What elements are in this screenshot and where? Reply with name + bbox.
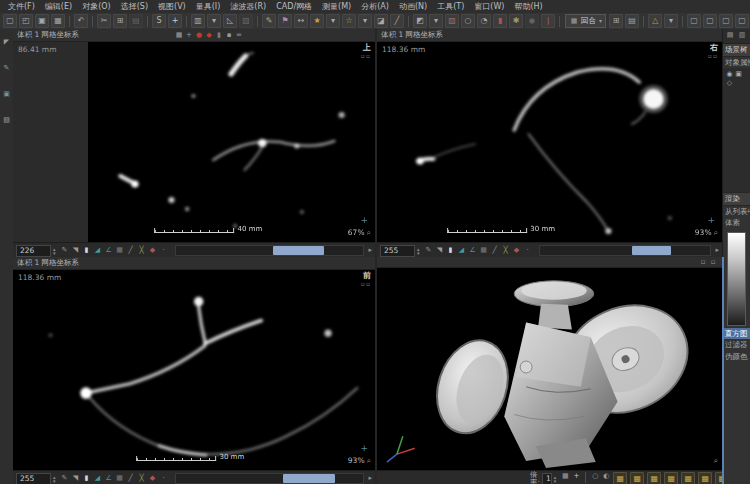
scroll-right-arrow[interactable]: ▸ — [368, 247, 372, 254]
line-icon[interactable]: ╱ — [126, 246, 136, 256]
ruler-icon[interactable]: ◢ — [93, 474, 103, 484]
magnifier-icon[interactable]: ⌕ — [367, 457, 371, 465]
save-icon[interactable]: ▣ — [35, 14, 49, 28]
pin-icon[interactable]: ∣ — [541, 14, 555, 28]
pointer-icon[interactable]: ◥ — [435, 246, 445, 256]
view-cube-icon[interactable]: ▫ — [698, 257, 708, 267]
dot-icon[interactable]: · — [159, 246, 169, 256]
marker-icon[interactable]: ◆ — [148, 246, 158, 256]
grid-icon[interactable]: ▦ — [479, 246, 489, 256]
line-icon[interactable]: ╱ — [490, 246, 500, 256]
pointer-icon[interactable]: ◥ — [71, 246, 81, 256]
marker-icon[interactable]: ◆ — [148, 474, 158, 484]
slice-canvas-right[interactable]: 118.36 mm 右 ▫▫ 30 mm + 93% ⌕ — [377, 42, 722, 242]
star-tool-icon[interactable]: ★ — [310, 14, 324, 28]
doc4-icon[interactable]: ▢ — [735, 14, 749, 28]
magnification-spinner-arrows[interactable]: ▴▾ — [554, 475, 557, 483]
red-tool-icon[interactable]: ▮ — [493, 14, 507, 28]
open-file-icon[interactable]: ◰ — [19, 14, 33, 28]
magnification-input[interactable]: 1 — [542, 473, 552, 484]
menu-select[interactable]: 选择(S) — [116, 3, 153, 11]
menu-measure[interactable]: 测量(M) — [317, 3, 356, 11]
volume-item-icon[interactable]: ◉ — [725, 70, 734, 79]
round-combobox[interactable]: ▦ 回合 ▾ — [565, 14, 606, 28]
scene-tab-icon[interactable]: ▤ — [725, 30, 735, 40]
grid-icon[interactable]: ▦ — [115, 474, 125, 484]
pen-icon[interactable]: ✎ — [424, 246, 434, 256]
menu-window[interactable]: 窗口(W) — [469, 3, 509, 11]
report-icon[interactable]: ▤ — [625, 14, 639, 28]
menu-animation[interactable]: 动画(N) — [394, 3, 432, 11]
angle-icon[interactable]: ∠ — [468, 246, 478, 256]
menu-edit[interactable]: 编辑(E) — [40, 3, 77, 11]
preset4-icon[interactable]: ▦ — [664, 472, 678, 484]
orientation-label-top[interactable]: 上 ▫▫ — [361, 44, 371, 59]
doc2-icon[interactable]: ▢ — [703, 14, 717, 28]
brush-icon[interactable]: ✎ — [262, 14, 276, 28]
minimize-icon[interactable]: ▪ — [224, 30, 234, 40]
menu-analysis[interactable]: 分析(A) — [356, 3, 394, 11]
dot-icon[interactable]: · — [159, 474, 169, 484]
preset2-icon[interactable]: ▦ — [630, 472, 644, 484]
copy-icon[interactable]: ⊞ — [113, 14, 127, 28]
corner-pin-icons[interactable]: ▫▫ — [361, 281, 371, 287]
slice-scrollbar[interactable] — [175, 473, 365, 484]
scroll-right-arrow[interactable]: ▸ — [715, 247, 719, 254]
pan-icon[interactable]: ↔ — [294, 14, 308, 28]
menu-help[interactable]: 帮助(H) — [509, 3, 547, 11]
star-dropdown-icon[interactable]: ▾ — [326, 14, 340, 28]
cross-icon[interactable]: ╳ — [137, 474, 147, 484]
clip-tool-icon[interactable]: ▧ — [2, 115, 12, 125]
histogram-button[interactable]: 直方图 — [723, 328, 750, 340]
ruler-icon[interactable]: ◢ — [457, 246, 467, 256]
pen-tool-icon[interactable]: ✎ — [2, 63, 12, 73]
view-lock-icon[interactable]: ▫ — [708, 257, 718, 267]
picker-dropdown-icon[interactable]: ▾ — [429, 14, 443, 28]
rect-icon[interactable]: ▮ — [446, 246, 456, 256]
star2-dropdown-icon[interactable]: ▾ — [358, 14, 372, 28]
marker-icon[interactable]: ◆ — [512, 246, 522, 256]
cut-icon[interactable]: ✂ — [97, 14, 111, 28]
picker-icon[interactable]: ◩ — [413, 14, 427, 28]
magnifier-icon[interactable]: ⌕ — [367, 229, 371, 237]
roi-icon[interactable]: ▧ — [445, 14, 459, 28]
grid-icon[interactable]: ▦ — [115, 246, 125, 256]
filter-row[interactable]: 过滤器 — [723, 339, 750, 351]
rect-icon[interactable]: ▮ — [82, 474, 92, 484]
pointer-tool-icon[interactable]: ◤ — [2, 37, 12, 47]
menu-file[interactable]: 文件(F) — [3, 3, 40, 11]
render-mode-row[interactable]: 从列表中 — [723, 206, 750, 218]
slice-scrollbar[interactable] — [175, 245, 365, 256]
record-icon[interactable]: ● — [194, 30, 204, 40]
equal-icon[interactable]: = — [234, 30, 244, 40]
dock-grid-icon[interactable]: ▦ — [174, 30, 184, 40]
render-panel-header[interactable]: 渲染 — [723, 193, 750, 206]
measure-tool-icon[interactable]: ◺ — [223, 14, 237, 28]
dock-add-icon[interactable]: + — [184, 30, 194, 40]
pointer-icon[interactable]: ◥ — [71, 474, 81, 484]
shade-icon[interactable]: ◐ — [601, 472, 611, 482]
star2-tool-icon[interactable]: ☆ — [342, 14, 356, 28]
render-canvas-3d[interactable]: ⌕ — [377, 268, 722, 470]
magnifier-icon[interactable]: ⌕ — [714, 457, 718, 465]
sidebar-splitter[interactable] — [722, 257, 724, 484]
menu-filter[interactable]: 滤波器(R) — [225, 3, 271, 11]
rect-icon[interactable]: ▮ — [82, 246, 92, 256]
scene-tree-header[interactable]: 场景树 — [723, 44, 750, 57]
cross-icon[interactable]: ╳ — [501, 246, 511, 256]
magnifier-icon[interactable]: ⌕ — [714, 229, 718, 237]
layout-icon[interactable]: ▥ — [191, 14, 205, 28]
ruler-icon[interactable]: ◢ — [93, 246, 103, 256]
record-alt-icon[interactable]: ◆ — [204, 30, 214, 40]
preset6-icon[interactable]: ▦ — [698, 472, 712, 484]
undo-icon[interactable]: ↶ — [74, 14, 88, 28]
slice-index-input[interactable]: 226 — [16, 245, 51, 257]
slice-scrollbar[interactable] — [539, 245, 712, 256]
orientation-label-right[interactable]: 右 ▫▫ — [708, 44, 718, 59]
warning-icon[interactable]: △ — [648, 14, 662, 28]
menu-object[interactable]: 对象(O) — [77, 3, 116, 11]
cross-icon[interactable]: ╳ — [137, 246, 147, 256]
pseudocolor-row[interactable]: 伪颜色 — [723, 351, 750, 363]
table-icon[interactable]: ⊞ — [609, 14, 623, 28]
scrollbar-thumb[interactable] — [273, 246, 324, 255]
